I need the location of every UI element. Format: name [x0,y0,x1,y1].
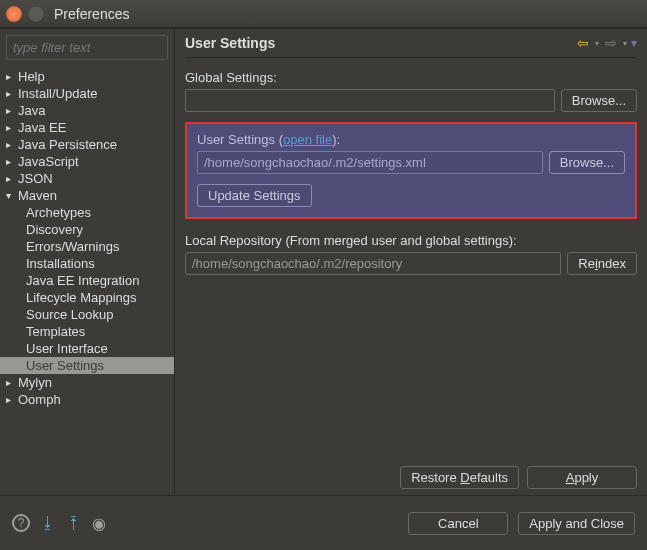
filter-input[interactable] [6,35,168,60]
export-icon[interactable]: ⭱ [66,514,82,532]
user-settings-label: User Settings (open file): [197,132,625,147]
window-title: Preferences [54,6,129,22]
open-file-link[interactable]: open file [283,132,332,147]
tree-item-maven[interactable]: ▾Maven [0,187,174,204]
footer: ? ⭳ ⭱ ◉ Cancel Apply and Close [0,495,647,550]
titlebar: Preferences [0,0,647,28]
tree-item-json[interactable]: ▸JSON [0,170,174,187]
cancel-button[interactable]: Cancel [408,512,508,535]
apply-button[interactable]: Apply [527,466,637,489]
tree-label: Archetypes [26,205,91,220]
tree-label: User Interface [26,341,108,356]
page-title: User Settings [185,35,275,51]
user-settings-highlight: User Settings (open file): Browse... Upd… [185,122,637,219]
tree-item-installations[interactable]: Installations [0,255,174,272]
preferences-tree[interactable]: ▸Help▸Install/Update▸Java▸Java EE▸Java P… [0,66,174,495]
tree-label: User Settings [26,358,104,373]
tree-label: Maven [18,188,57,203]
view-menu-icon[interactable]: ▾ [631,36,637,50]
import-icon[interactable]: ⭳ [40,514,56,532]
back-menu-icon[interactable]: ▾ [595,39,599,48]
tree-item-java-ee-integration[interactable]: Java EE Integration [0,272,174,289]
tree-label: JavaScript [18,154,79,169]
user-settings-input[interactable] [197,151,543,174]
tree-label: Help [18,69,45,84]
tree-item-help[interactable]: ▸Help [0,68,174,85]
tree-label: Errors/Warnings [26,239,119,254]
tree-item-discovery[interactable]: Discovery [0,221,174,238]
twist-icon: ▸ [6,173,16,184]
tree-item-javascript[interactable]: ▸JavaScript [0,153,174,170]
oomph-icon[interactable]: ◉ [92,514,106,533]
window-controls [6,6,44,22]
nav-arrows: ⇦ ▾ ⇨ ▾ ▾ [575,35,637,51]
tree-label: Source Lookup [26,307,113,322]
tree-item-archetypes[interactable]: Archetypes [0,204,174,221]
tree-item-lifecycle-mappings[interactable]: Lifecycle Mappings [0,289,174,306]
tree-item-user-settings[interactable]: User Settings [0,357,174,374]
tree-item-install-update[interactable]: ▸Install/Update [0,85,174,102]
forward-icon[interactable]: ⇨ [603,35,619,51]
back-icon[interactable]: ⇦ [575,35,591,51]
sidebar: ▸Help▸Install/Update▸Java▸Java EE▸Java P… [0,29,175,495]
twist-icon: ▸ [6,71,16,82]
tree-item-mylyn[interactable]: ▸Mylyn [0,374,174,391]
tree-item-oomph[interactable]: ▸Oomph [0,391,174,408]
global-settings-input[interactable] [185,89,555,112]
update-settings-button[interactable]: Update Settings [197,184,312,207]
tree-label: Java [18,103,45,118]
tree-label: Oomph [18,392,61,407]
help-icon[interactable]: ? [12,514,30,532]
tree-item-java[interactable]: ▸Java [0,102,174,119]
twist-icon: ▾ [6,190,16,201]
reindex-button[interactable]: Reindex [567,252,637,275]
global-browse-button[interactable]: Browse... [561,89,637,112]
tree-label: Java EE [18,120,66,135]
twist-icon: ▸ [6,105,16,116]
twist-icon: ▸ [6,88,16,99]
tree-label: Installations [26,256,95,271]
restore-defaults-button[interactable]: Restore Defaults [400,466,519,489]
local-repo-input[interactable] [185,252,561,275]
tree-label: Java EE Integration [26,273,139,288]
global-settings-label: Global Settings: [185,70,637,85]
tree-item-user-interface[interactable]: User Interface [0,340,174,357]
twist-icon: ▸ [6,122,16,133]
user-browse-button[interactable]: Browse... [549,151,625,174]
twist-icon: ▸ [6,156,16,167]
forward-menu-icon[interactable]: ▾ [623,39,627,48]
close-icon[interactable] [6,6,22,22]
tree-label: Lifecycle Mappings [26,290,137,305]
tree-label: Discovery [26,222,83,237]
tree-item-source-lookup[interactable]: Source Lookup [0,306,174,323]
twist-icon: ▸ [6,394,16,405]
tree-item-templates[interactable]: Templates [0,323,174,340]
tree-item-java-persistence[interactable]: ▸Java Persistence [0,136,174,153]
content-header: User Settings ⇦ ▾ ⇨ ▾ ▾ [185,35,637,58]
tree-item-java-ee[interactable]: ▸Java EE [0,119,174,136]
apply-and-close-button[interactable]: Apply and Close [518,512,635,535]
tree-item-errors-warnings[interactable]: Errors/Warnings [0,238,174,255]
local-repo-label: Local Repository (From merged user and g… [185,233,637,248]
tree-label: Java Persistence [18,137,117,152]
tree-label: Mylyn [18,375,52,390]
twist-icon: ▸ [6,139,16,150]
tree-label: Install/Update [18,86,98,101]
tree-label: JSON [18,171,53,186]
tree-label: Templates [26,324,85,339]
minimize-icon[interactable] [28,6,44,22]
twist-icon: ▸ [6,377,16,388]
content-pane: User Settings ⇦ ▾ ⇨ ▾ ▾ Global Settings:… [175,29,647,495]
